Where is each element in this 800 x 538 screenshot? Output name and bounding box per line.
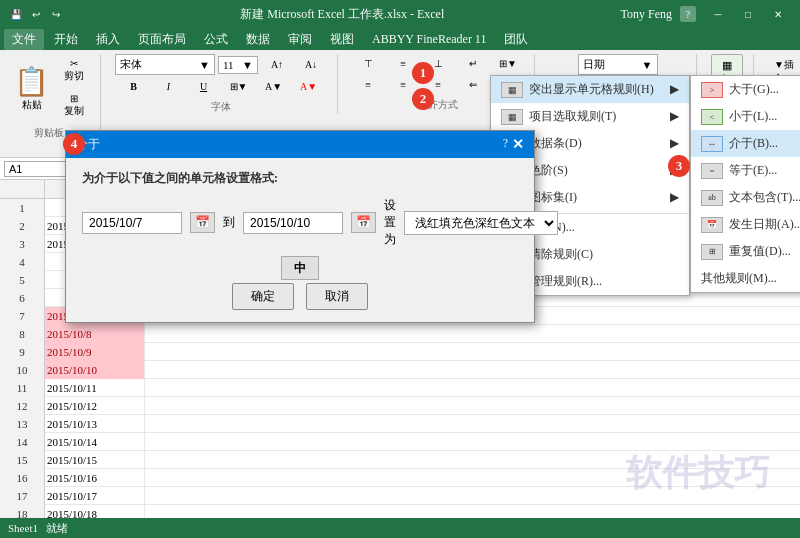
paste-button[interactable]: 📋 粘贴 <box>8 61 55 116</box>
row-header[interactable]: 6 <box>0 289 45 307</box>
dialog-close-btn[interactable]: ✕ <box>512 136 524 153</box>
font-name-box[interactable]: 宋体 ▼ <box>115 54 215 75</box>
dialog-help-icon[interactable]: ? <box>503 136 508 153</box>
row-header[interactable]: 2 <box>0 217 45 235</box>
merge-btn[interactable]: ⊞▼ <box>492 54 524 73</box>
row-header[interactable]: 16 <box>0 469 45 487</box>
menu-insert[interactable]: 插入 <box>88 29 128 50</box>
font-label: 字体 <box>211 100 231 114</box>
cell[interactable]: 2015/10/9 <box>45 343 145 361</box>
border-button[interactable]: ⊞▼ <box>223 77 255 96</box>
indent-dec-btn[interactable]: ⇐ <box>457 75 489 94</box>
dialog-from-input[interactable] <box>82 212 182 234</box>
cell[interactable]: 2015/10/15 <box>45 451 145 469</box>
dialog-calendar-btn1[interactable]: 📅 <box>190 212 215 233</box>
close-btn[interactable]: ✕ <box>764 5 792 23</box>
number-format-box[interactable]: 日期 ▼ <box>578 54 658 75</box>
cell[interactable]: 2015/10/14 <box>45 433 145 451</box>
menu-page-layout[interactable]: 页面布局 <box>130 29 194 50</box>
menu-home[interactable]: 开始 <box>46 29 86 50</box>
row-header[interactable]: 9 <box>0 343 45 361</box>
cell[interactable]: 2015/10/11 <box>45 379 145 397</box>
number-format-value: 日期 <box>583 57 605 72</box>
cell[interactable]: 2015/10/17 <box>45 487 145 505</box>
cell[interactable]: 2015/10/13 <box>45 415 145 433</box>
fill-color-button[interactable]: A▼ <box>258 77 290 96</box>
underline-button[interactable]: U <box>188 77 220 96</box>
align-left-btn[interactable]: ≡ <box>352 75 384 94</box>
row-header[interactable]: 13 <box>0 415 45 433</box>
menu-top-rules[interactable]: ▦ 项目选取规则(T) ▶ <box>491 103 689 130</box>
table-row: 122015/10/12 <box>0 397 800 415</box>
help-icon[interactable]: ? <box>680 6 696 22</box>
manage-rules-label: 管理规则(R)... <box>529 273 602 290</box>
cell[interactable]: 2015/10/10 <box>45 361 145 379</box>
redo-quick-btn[interactable]: ↪ <box>48 6 64 22</box>
less-than-icon: < <box>701 109 723 125</box>
sheet-tab[interactable]: Sheet1 <box>8 522 38 534</box>
shrink-icon: A↓ <box>305 59 317 70</box>
menu-file[interactable]: 文件 <box>4 29 44 50</box>
bold-button[interactable]: B <box>118 77 150 96</box>
align-top-btn[interactable]: ⊤ <box>352 54 384 73</box>
copy-icon: ⊞ <box>70 93 78 104</box>
menu-data[interactable]: 数据 <box>238 29 278 50</box>
name-box[interactable] <box>4 161 69 177</box>
dialog-calendar-btn2[interactable]: 📅 <box>351 212 376 233</box>
menu-bar: 文件 开始 插入 页面布局 公式 数据 审阅 视图 ABBYY FineRead… <box>0 28 800 50</box>
sub-between[interactable]: ↔ 介于(B)... <box>691 130 800 157</box>
copy-button[interactable]: ⊞ 复制 <box>58 89 90 122</box>
row-header[interactable]: 12 <box>0 397 45 415</box>
sub-equal-to[interactable]: = 等于(E)... <box>691 157 800 184</box>
font-color-button[interactable]: A▼ <box>293 77 325 96</box>
row-header[interactable]: 5 <box>0 271 45 289</box>
row-header[interactable]: 14 <box>0 433 45 451</box>
row-header[interactable]: 10 <box>0 361 45 379</box>
dialog-confirm-btn[interactable]: 确定 <box>232 283 294 310</box>
cell[interactable]: 2015/10/16 <box>45 469 145 487</box>
menu-view[interactable]: 视图 <box>322 29 362 50</box>
sub-less-than[interactable]: < 小于(L)... <box>691 103 800 130</box>
save-quick-btn[interactable]: 💾 <box>8 6 24 22</box>
row-header[interactable]: 17 <box>0 487 45 505</box>
title-bar-left: 💾 ↩ ↪ <box>8 6 64 22</box>
wrap-text-btn[interactable]: ↵ <box>457 54 489 73</box>
font-shrink-btn[interactable]: A↓ <box>295 55 327 74</box>
row-header[interactable]: 8 <box>0 325 45 343</box>
cell[interactable]: 2015/10/12 <box>45 397 145 415</box>
dialog-format-select[interactable]: 浅红填充色深红色文本 <box>404 211 558 235</box>
text-contains-icon: ab <box>701 190 723 206</box>
menu-abbyy[interactable]: ABBYY FineReader 11 <box>364 30 494 49</box>
cut-button[interactable]: ✂ 剪切 <box>58 54 90 87</box>
menu-review[interactable]: 审阅 <box>280 29 320 50</box>
maximize-btn[interactable]: □ <box>734 5 762 23</box>
row-header[interactable]: 7 <box>0 307 45 325</box>
clear-rules-label: 清除规则(C) <box>529 246 593 263</box>
between-icon: ↔ <box>701 136 723 152</box>
title-text: 新建 Microsoft Excel 工作表.xlsx - Excel <box>64 6 621 23</box>
dialog-to-input[interactable] <box>243 212 343 234</box>
sub-greater-than[interactable]: > 大于(G)... <box>691 76 800 103</box>
menu-formulas[interactable]: 公式 <box>196 29 236 50</box>
sub-more-rules[interactable]: 其他规则(M)... <box>691 265 800 292</box>
dialog-cancel-btn[interactable]: 取消 <box>306 283 368 310</box>
font-size-box[interactable]: 11 ▼ <box>218 56 258 74</box>
undo-quick-btn[interactable]: ↩ <box>28 6 44 22</box>
minimize-btn[interactable]: ─ <box>704 5 732 23</box>
row-header[interactable]: 11 <box>0 379 45 397</box>
between-dialog[interactable]: 介于 ? ✕ 为介于以下值之间的单元格设置格式: 📅 到 📅 设置为 浅红填充色… <box>65 130 535 323</box>
row-header[interactable]: 3 <box>0 235 45 253</box>
sub-text-contains[interactable]: ab 文本包含(T)... <box>691 184 800 211</box>
font-grow-btn[interactable]: A↑ <box>261 55 293 74</box>
dialog-buttons: 确定 取消 <box>82 283 518 310</box>
sub-date-occurring[interactable]: 📅 发生日期(A)... <box>691 211 800 238</box>
row-header[interactable]: 4 <box>0 253 45 271</box>
menu-team[interactable]: 团队 <box>496 29 536 50</box>
row-header[interactable]: 15 <box>0 451 45 469</box>
row-header[interactable]: 1 <box>0 199 45 217</box>
menu-highlight-cells[interactable]: ▦ 突出显示单元格规则(H) ▶ <box>491 76 689 103</box>
clipboard-row: 📋 粘贴 ✂ 剪切 ⊞ 复制 <box>8 54 90 122</box>
cell[interactable]: 2015/10/8 <box>45 325 145 343</box>
italic-button[interactable]: I <box>153 77 185 96</box>
sub-duplicate[interactable]: ⊞ 重复值(D)... <box>691 238 800 265</box>
